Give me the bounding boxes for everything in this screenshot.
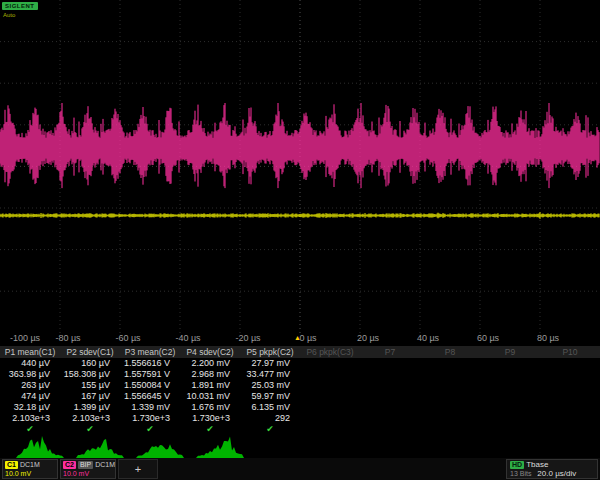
c2-scale: 10.0 mV [63, 470, 113, 478]
meas-header-p8[interactable]: P8 [420, 346, 480, 358]
meas-value [540, 380, 600, 391]
meas-value [420, 402, 480, 413]
meas-value [360, 402, 420, 413]
hd-mode-badge: HD [510, 461, 524, 469]
histicon-p4 [196, 434, 244, 458]
channel1-descriptor[interactable]: C1 DC1M 10.0 mV [2, 459, 58, 479]
meas-value [300, 391, 360, 402]
meas-value [480, 369, 540, 380]
meas-value [540, 413, 600, 424]
meas-value: 33.477 mV [240, 369, 300, 380]
meas-value: 1.891 mV [180, 380, 240, 391]
meas-value: 32.18 µV [0, 402, 60, 413]
meas-value [480, 402, 540, 413]
time-axis-label: 20 µs [343, 333, 393, 343]
meas-header-p9[interactable]: P9 [480, 346, 540, 358]
meas-value: 155 µV [60, 380, 120, 391]
meas-value [300, 380, 360, 391]
c2-trace[interactable] [0, 103, 599, 188]
meas-value [300, 402, 360, 413]
meas-value [420, 391, 480, 402]
meas-header-p7[interactable]: P7 [360, 346, 420, 358]
meas-value [480, 391, 540, 402]
c2-label: C2 [63, 461, 76, 469]
meas-value: 263 µV [0, 380, 60, 391]
meas-value: 2.200 mV [180, 358, 240, 369]
meas-value [360, 358, 420, 369]
graticule [0, 0, 600, 333]
meas-header-p3[interactable]: P3 mean(C2) [120, 346, 180, 358]
meas-value: 167 µV [60, 391, 120, 402]
measurement-table: P1 mean(C1)P2 sdev(C1)P3 mean(C2)P4 sdev… [0, 346, 600, 435]
measurement-histicons [0, 434, 600, 458]
meas-value [300, 358, 360, 369]
resolution-bits-label: 13 Bits [510, 470, 531, 477]
trigger-status-label: Auto [3, 12, 15, 18]
meas-header-p2[interactable]: P2 sdev(C1) [60, 346, 120, 358]
meas-value [480, 358, 540, 369]
oscilloscope-screen: SIGLENT Auto ▲ -100 µs-80 µs-60 µs-40 µs… [0, 0, 600, 480]
meas-value [420, 413, 480, 424]
meas-value [420, 369, 480, 380]
histicon-p3 [136, 434, 184, 458]
meas-value [360, 380, 420, 391]
time-axis-label: -40 µs [163, 333, 213, 343]
time-axis: ▲ -100 µs-80 µs-60 µs-40 µs-20 µs0 µs20 … [0, 332, 600, 346]
meas-value [480, 413, 540, 424]
meas-value: 1.399 µV [60, 402, 120, 413]
meas-value: 25.03 mV [240, 380, 300, 391]
c1-scale: 10.0 mV [5, 470, 55, 478]
plus-icon: + [135, 463, 141, 475]
meas-value: 1.556645 V [120, 391, 180, 402]
meas-value: 1.339 mV [120, 402, 180, 413]
meas-value: 2.968 mV [180, 369, 240, 380]
meas-value: 1.730e+3 [180, 413, 240, 424]
meas-value: 1.676 mV [180, 402, 240, 413]
meas-header-p10[interactable]: P10 [540, 346, 600, 358]
meas-value: 59.97 mV [240, 391, 300, 402]
c1-label: C1 [5, 461, 18, 469]
meas-value: 2.103e+3 [0, 413, 60, 424]
time-axis-label: 80 µs [523, 333, 573, 343]
meas-value: 440 µV [0, 358, 60, 369]
waveform-display[interactable]: SIGLENT Auto [0, 0, 600, 333]
meas-value: 2.103e+3 [60, 413, 120, 424]
meas-value [360, 413, 420, 424]
meas-value [540, 402, 600, 413]
meas-value: 6.135 mV [240, 402, 300, 413]
meas-value [540, 369, 600, 380]
meas-value: 363.98 µV [0, 369, 60, 380]
brand-logo: SIGLENT [2, 2, 38, 10]
meas-value: 292 [240, 413, 300, 424]
meas-value: 1.556616 V [120, 358, 180, 369]
meas-header-p6[interactable]: P6 pkpk(C3) [300, 346, 360, 358]
meas-value [540, 391, 600, 402]
meas-value: 1.557591 V [120, 369, 180, 380]
bottom-bar: C1 DC1M 10.0 mV C2 BIP DC1M 10.0 mV + HD… [0, 458, 600, 480]
meas-value [480, 380, 540, 391]
meas-value: 160 µV [60, 358, 120, 369]
channel2-descriptor[interactable]: C2 BIP DC1M 10.0 mV [60, 459, 116, 479]
time-axis-label: -20 µs [223, 333, 273, 343]
histicon-p1 [16, 434, 64, 458]
tbase-value: 20.0 µs/div [537, 469, 576, 478]
meas-value: 158.308 µV [60, 369, 120, 380]
meas-value [360, 391, 420, 402]
add-channel-button[interactable]: + [118, 459, 158, 479]
meas-value [300, 413, 360, 424]
meas-header-p4[interactable]: P4 sdev(C2) [180, 346, 240, 358]
time-axis-label: 40 µs [403, 333, 453, 343]
time-axis-label: -80 µs [43, 333, 93, 343]
meas-header-p1[interactable]: P1 mean(C1) [0, 346, 60, 358]
meas-value [360, 369, 420, 380]
timebase-descriptor[interactable]: HD Tbase 13 Bits 20.0 µs/div [506, 459, 598, 479]
meas-value [420, 358, 480, 369]
bottom-bar-spacer [160, 459, 504, 479]
meas-header-p5[interactable]: P5 pkpk(C2) [240, 346, 300, 358]
meas-value [540, 358, 600, 369]
meas-value [300, 369, 360, 380]
c1-trace[interactable] [0, 212, 599, 219]
meas-value: 1.730e+3 [120, 413, 180, 424]
c1-coupling: DC1M [20, 460, 40, 470]
time-axis-label: 60 µs [463, 333, 513, 343]
